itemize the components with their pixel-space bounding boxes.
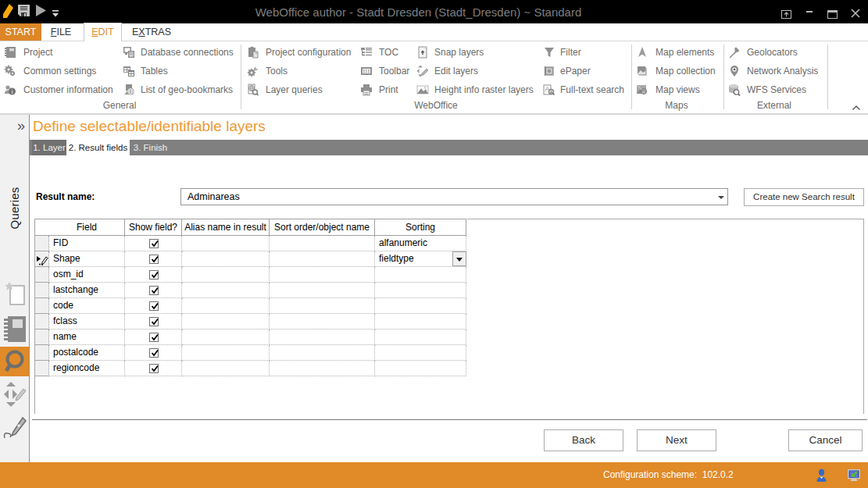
svg-text:A: A <box>550 90 553 94</box>
